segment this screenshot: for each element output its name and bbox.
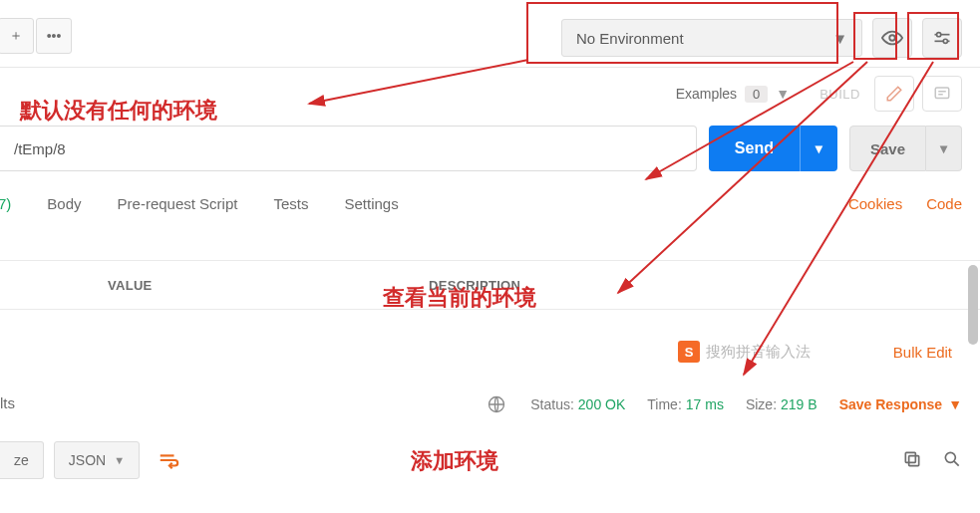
caret-down-icon: ▼ <box>937 141 950 156</box>
wrap-icon <box>158 449 179 471</box>
caret-down-icon: ▼ <box>832 30 847 47</box>
ime-icon: S <box>678 341 700 363</box>
caret-down-icon: ▼ <box>114 454 125 466</box>
svg-rect-5 <box>935 88 949 99</box>
url-input[interactable]: /tEmp/8 <box>0 126 697 171</box>
size-label: Size: <box>746 396 777 412</box>
cookies-link[interactable]: Cookies <box>848 195 902 212</box>
edit-button[interactable] <box>874 76 914 112</box>
status-label: Status: <box>530 396 574 412</box>
visualize-fragment[interactable]: ze <box>0 441 44 479</box>
bulk-edit-link[interactable]: Bulk Edit <box>893 344 952 361</box>
status-block: Status:200 OK <box>530 396 625 412</box>
results-fragment: lts <box>0 394 15 411</box>
sliders-icon <box>932 28 952 48</box>
manage-environments-button[interactable] <box>922 18 962 58</box>
svg-rect-9 <box>909 455 919 465</box>
body-format-label: JSON <box>69 452 106 468</box>
examples-label: Examples <box>676 86 737 102</box>
send-button[interactable]: Send <box>709 126 800 171</box>
svg-rect-10 <box>905 452 915 462</box>
ime-indicator: S 搜狗拼音输入法 <box>678 341 811 363</box>
params-table-header: VALUE DESCRIPTION <box>0 260 980 310</box>
code-link[interactable]: Code <box>926 195 962 212</box>
caret-down-icon: ▼ <box>776 86 790 102</box>
caret-down-icon: ▼ <box>948 396 962 412</box>
examples-count: 0 <box>745 86 768 103</box>
svg-line-12 <box>954 461 959 466</box>
examples-dropdown[interactable]: Examples 0 ▼ <box>676 86 791 103</box>
column-value: VALUE <box>0 278 429 293</box>
url-text: /tEmp/8 <box>14 140 66 157</box>
size-block: Size:219 B <box>746 396 817 412</box>
scrollbar[interactable] <box>968 265 978 345</box>
search-icon <box>942 449 962 469</box>
copy-response-button[interactable] <box>902 449 922 472</box>
time-label: Time: <box>647 396 681 412</box>
save-options-button[interactable]: ▼ <box>926 126 962 171</box>
environment-quicklook-button[interactable] <box>872 18 912 58</box>
svg-point-4 <box>943 39 947 43</box>
svg-point-0 <box>889 35 895 41</box>
tab-settings[interactable]: Settings <box>344 195 398 212</box>
tab-body[interactable]: Body <box>47 195 81 212</box>
copy-icon <box>902 449 922 469</box>
search-response-button[interactable] <box>942 449 962 472</box>
size-value: 219 B <box>781 396 817 412</box>
save-response-dropdown[interactable]: Save Response ▼ <box>839 396 962 412</box>
new-tab-button[interactable]: ＋ <box>0 18 34 54</box>
tab-fragment: 7) <box>0 195 11 212</box>
network-icon[interactable] <box>485 392 508 416</box>
status-value: 200 OK <box>578 396 625 412</box>
environment-label: No Environment <box>576 30 684 47</box>
svg-point-3 <box>937 33 941 37</box>
comment-button[interactable] <box>922 76 962 112</box>
build-label: BUILD <box>819 87 860 102</box>
body-format-dropdown[interactable]: JSON ▼ <box>54 441 140 479</box>
tab-tests[interactable]: Tests <box>273 195 308 212</box>
caret-down-icon: ▼ <box>813 141 825 156</box>
comment-icon <box>933 85 951 103</box>
eye-icon <box>881 27 903 49</box>
column-description: DESCRIPTION <box>429 278 980 293</box>
svg-point-11 <box>945 452 955 462</box>
save-response-label: Save Response <box>839 396 943 412</box>
pencil-icon <box>885 85 903 103</box>
tab-prerequest[interactable]: Pre-request Script <box>118 195 238 212</box>
wrap-lines-button[interactable] <box>150 441 187 479</box>
save-button[interactable]: Save <box>849 126 926 171</box>
time-block: Time:17 ms <box>647 396 724 412</box>
ime-text: 搜狗拼音输入法 <box>706 343 811 362</box>
more-tabs-button[interactable]: ••• <box>36 18 72 54</box>
environment-selector[interactable]: No Environment ▼ <box>561 19 862 57</box>
time-value: 17 ms <box>686 396 724 412</box>
send-options-button[interactable]: ▼ <box>800 126 837 171</box>
